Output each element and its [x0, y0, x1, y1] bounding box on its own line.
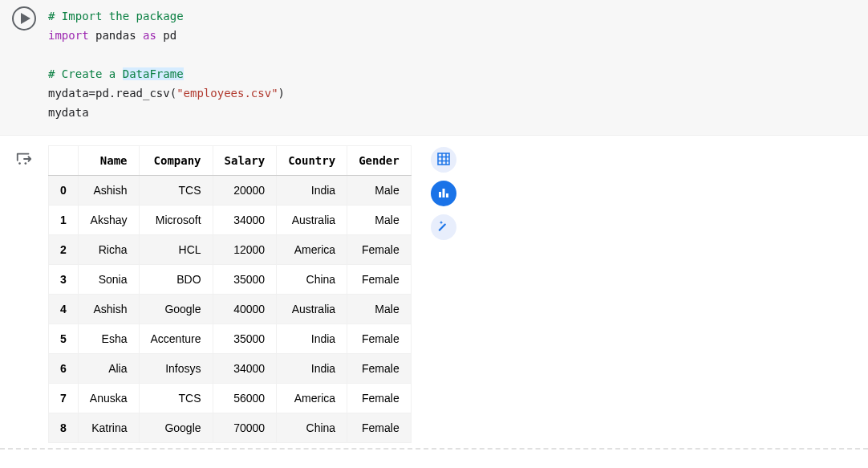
- output-cell: NameCompanySalaryCountryGender 0AshishTC…: [0, 136, 868, 443]
- svg-rect-4: [438, 153, 449, 165]
- cell: 34000: [213, 206, 277, 235]
- run-icon: [11, 6, 37, 34]
- cell: Australia: [277, 206, 347, 235]
- cell: Female: [347, 265, 412, 295]
- table-row: 4AshishGoogle40000AustraliaMale: [49, 295, 412, 324]
- code-comment-highlight: DataFrame: [123, 67, 184, 80]
- cell: 20000: [213, 176, 277, 206]
- cell: America: [277, 235, 347, 265]
- chart-button[interactable]: [431, 181, 456, 206]
- chart-icon: [437, 186, 450, 201]
- svg-rect-12: [438, 223, 446, 231]
- cell: 35000: [213, 324, 277, 354]
- variables-button[interactable]: [11, 147, 37, 173]
- cell: Alia: [78, 354, 139, 384]
- run-button[interactable]: [11, 6, 37, 32]
- column-header: Salary: [213, 146, 277, 176]
- cell: Accenture: [139, 324, 213, 354]
- output-action-bar: [431, 145, 456, 240]
- code-text: pd: [156, 29, 176, 42]
- output-area: NameCompanySalaryCountryGender 0AshishTC…: [48, 140, 868, 443]
- row-index: 0: [49, 176, 79, 206]
- row-index: 7: [49, 384, 79, 413]
- cell: 70000: [213, 413, 277, 443]
- table-row: 0AshishTCS20000IndiaMale: [49, 176, 412, 206]
- table-row: 8KatrinaGoogle70000ChinaFemale: [49, 413, 412, 443]
- table-view-icon: [437, 153, 450, 168]
- code-cell: # Import the package import pandas as pd…: [0, 0, 868, 136]
- row-index: 3: [49, 265, 79, 295]
- dataframe-table: NameCompanySalaryCountryGender 0AshishTC…: [48, 145, 412, 443]
- code-keyword: as: [143, 29, 156, 42]
- cell: Katrina: [78, 413, 139, 443]
- cell: India: [277, 354, 347, 384]
- table-row: 5EshaAccenture35000IndiaFemale: [49, 324, 412, 354]
- cell: Infosys: [139, 354, 213, 384]
- column-header: Gender: [347, 146, 412, 176]
- cell: HCL: [139, 235, 213, 265]
- cell: Akshay: [78, 206, 139, 235]
- code-text: mydata: [48, 106, 89, 119]
- row-index: 2: [49, 235, 79, 265]
- cell: TCS: [139, 384, 213, 413]
- cell: TCS: [139, 176, 213, 206]
- svg-rect-9: [439, 192, 441, 197]
- table-row: 6AliaInfosys34000IndiaFemale: [49, 354, 412, 384]
- magic-wand-icon: [437, 220, 450, 235]
- code-text: pandas: [89, 29, 143, 42]
- code-comment: # Import the package: [48, 10, 184, 22]
- code-editor[interactable]: # Import the package import pandas as pd…: [48, 0, 868, 135]
- cell: Male: [347, 206, 412, 235]
- table-view-button[interactable]: [431, 147, 456, 173]
- cell: Ashish: [78, 295, 139, 324]
- cell: India: [277, 176, 347, 206]
- suggest-button[interactable]: [431, 214, 456, 240]
- row-index: 4: [49, 295, 79, 324]
- row-index: 6: [49, 354, 79, 384]
- output-gutter: [0, 140, 48, 443]
- code-text: ): [278, 87, 285, 100]
- notebook-cell: # Import the package import pandas as pd…: [0, 0, 868, 450]
- cell: Male: [347, 176, 412, 206]
- cell: 35000: [213, 265, 277, 295]
- code-comment: # Create a: [48, 67, 123, 80]
- table-row: 7AnuskaTCS56000AmericaFemale: [49, 384, 412, 413]
- cell: 56000: [213, 384, 277, 413]
- cell: Sonia: [78, 265, 139, 295]
- svg-marker-1: [21, 13, 30, 24]
- cell: America: [277, 384, 347, 413]
- cell: Australia: [277, 295, 347, 324]
- variables-icon: [15, 150, 33, 170]
- cell: Esha: [78, 324, 139, 354]
- svg-point-2: [18, 162, 21, 165]
- svg-point-3: [24, 162, 26, 165]
- index-header: [49, 146, 79, 176]
- cell: India: [277, 324, 347, 354]
- cell: Microsoft: [139, 206, 213, 235]
- svg-rect-10: [442, 189, 444, 197]
- row-index: 8: [49, 413, 79, 443]
- code-text: mydata=pd.read_csv(: [48, 87, 176, 100]
- cell: Female: [347, 413, 412, 443]
- cell: Male: [347, 295, 412, 324]
- table-row: 3SoniaBDO35000ChinaFemale: [49, 265, 412, 295]
- cell: Female: [347, 324, 412, 354]
- cell: China: [277, 265, 347, 295]
- cell: Anuska: [78, 384, 139, 413]
- cell: Female: [347, 354, 412, 384]
- input-gutter: [0, 0, 48, 135]
- code-string: "employees.csv": [176, 87, 278, 100]
- code-keyword: import: [48, 29, 89, 42]
- table-row: 1AkshayMicrosoft34000AustraliaMale: [49, 206, 412, 235]
- cell: 40000: [213, 295, 277, 324]
- row-index: 5: [49, 324, 79, 354]
- row-index: 1: [49, 206, 79, 235]
- cell: 12000: [213, 235, 277, 265]
- cell: Google: [139, 295, 213, 324]
- cell: Female: [347, 235, 412, 265]
- svg-rect-11: [446, 193, 448, 197]
- cell: Google: [139, 413, 213, 443]
- cell: Ashish: [78, 176, 139, 206]
- table-row: 2RichaHCL12000AmericaFemale: [49, 235, 412, 265]
- cell: BDO: [139, 265, 213, 295]
